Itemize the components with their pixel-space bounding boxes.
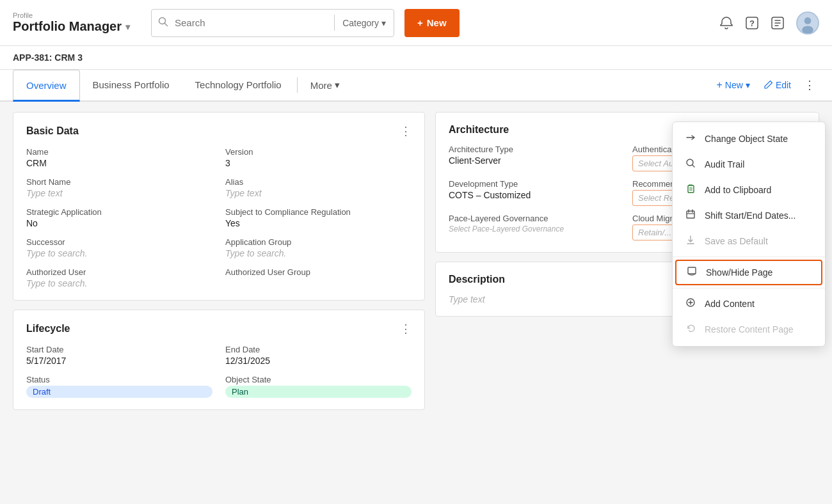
- tab-overview[interactable]: Overview: [13, 70, 80, 102]
- field-start-date: Start Date 5/17/2017: [26, 345, 212, 366]
- tab-technology-portfolio[interactable]: Technology Portfolio: [182, 70, 294, 102]
- field-successor: Successor Type to search.: [26, 237, 212, 258]
- lifecycle-fields: Start Date 5/17/2017 End Date 12/31/2025…: [26, 345, 412, 398]
- field-short-name: Short Name Type text: [26, 177, 212, 198]
- field-start-date-label: Start Date: [26, 345, 212, 354]
- menu-separator-2: [673, 288, 825, 288]
- field-start-date-value: 5/17/2017: [26, 356, 212, 366]
- tab-new-label: New: [725, 80, 743, 90]
- brand-title: Portfolio Manager ▾: [13, 19, 141, 34]
- help-icon[interactable]: ?: [745, 16, 759, 30]
- menu-item-add-content[interactable]: Add Content: [673, 291, 825, 317]
- tab-edit-button[interactable]: Edit: [759, 77, 796, 93]
- tab-new-button[interactable]: + New ▾: [712, 77, 755, 93]
- change-state-icon: [684, 132, 697, 145]
- field-name: Name CRM: [26, 147, 212, 168]
- object-state-badge: Plan: [225, 386, 412, 398]
- basic-data-fields: Name CRM Version 3 Short Name Type text …: [26, 147, 412, 288]
- field-version-value: 3: [225, 158, 412, 168]
- new-button[interactable]: + New: [404, 9, 460, 37]
- field-successor-label: Successor: [26, 237, 212, 247]
- field-end-date-value: 12/31/2025: [225, 356, 412, 366]
- svg-rect-10: [688, 185, 694, 193]
- plus-icon: +: [417, 17, 423, 28]
- audit-trail-icon: [684, 158, 697, 171]
- field-dev-type-value: COTS – Customized: [449, 190, 622, 200]
- field-name-value: CRM: [26, 158, 212, 168]
- tabs-bar: Overview Business Portfolio Technology P…: [0, 70, 832, 102]
- tabs-right-actions: + New ▾ Edit ⋮: [712, 75, 819, 95]
- category-label: Category: [342, 18, 379, 28]
- tab-business-portfolio[interactable]: Business Portfolio: [80, 70, 182, 102]
- bookmark-icon[interactable]: [771, 16, 785, 30]
- menu-item-audit-trail[interactable]: Audit Trail: [673, 152, 825, 177]
- tab-separator: [297, 77, 298, 93]
- field-app-group: Application Group Type to search.: [225, 237, 412, 258]
- nav-icons: ?: [719, 12, 819, 35]
- field-compliance: Subject to Compliance Regulation Yes: [225, 207, 412, 228]
- menu-item-change-object-state-label: Change Object State: [705, 134, 788, 144]
- field-strategic-app: Strategic Application No: [26, 207, 212, 228]
- field-auth-user-group: Authorized User Group: [225, 267, 412, 288]
- menu-separator: [673, 256, 825, 257]
- search-input[interactable]: [175, 17, 334, 28]
- field-object-state: Object State Plan: [225, 375, 412, 398]
- menu-item-save-default[interactable]: Save as Default: [673, 228, 825, 254]
- dropdown-menu: Change Object State Audit Trail Add to C…: [672, 122, 826, 347]
- field-successor-value: Type to search.: [26, 248, 212, 258]
- svg-rect-18: [688, 267, 696, 274]
- lifecycle-menu-button[interactable]: ⋮: [400, 322, 412, 336]
- avatar[interactable]: [796, 12, 819, 35]
- tab-more[interactable]: More ▾: [300, 69, 350, 101]
- menu-item-add-clipboard[interactable]: Add to Clipboard: [673, 177, 825, 203]
- svg-text:?: ?: [749, 19, 755, 28]
- tab-overview-label: Overview: [26, 80, 67, 91]
- field-auth-user-label: Authorized User: [26, 267, 212, 277]
- tab-more-label: More: [310, 80, 332, 91]
- tab-new-chevron-icon: ▾: [746, 80, 750, 90]
- tab-edit-label: Edit: [776, 80, 791, 90]
- tab-more-options-button[interactable]: ⋮: [800, 75, 819, 95]
- menu-item-audit-trail-label: Audit Trail: [705, 159, 744, 169]
- lifecycle-title: Lifecycle: [26, 323, 70, 335]
- three-dots-icon: ⋮: [804, 79, 815, 91]
- field-app-group-label: Application Group: [225, 237, 412, 247]
- menu-item-show-hide-label: Show/Hide Page: [706, 267, 772, 278]
- search-icon: [152, 17, 175, 29]
- svg-point-6: [804, 17, 812, 24]
- menu-item-show-hide-page[interactable]: Show/Hide Page: [675, 260, 822, 285]
- field-name-label: Name: [26, 147, 212, 157]
- field-status: Status Draft: [26, 375, 212, 398]
- architecture-title: Architecture: [449, 124, 509, 136]
- add-content-icon: [684, 297, 697, 310]
- menu-item-change-object-state[interactable]: Change Object State: [673, 126, 825, 152]
- category-select[interactable]: Category ▾: [335, 18, 394, 28]
- field-dev-type-label: Development Type: [449, 179, 622, 189]
- field-end-date-label: End Date: [225, 345, 412, 354]
- svg-rect-13: [687, 211, 694, 218]
- brand-chevron-icon: ▾: [125, 22, 130, 32]
- field-alias-label: Alias: [225, 177, 412, 187]
- field-alias-value: Type text: [225, 188, 412, 198]
- tab-business-label: Business Portfolio: [93, 79, 170, 90]
- show-hide-icon: [685, 266, 698, 279]
- notification-icon[interactable]: [719, 16, 733, 30]
- field-strategic-app-label: Strategic Application: [26, 207, 212, 217]
- basic-data-menu-button[interactable]: ⋮: [400, 124, 412, 138]
- top-nav: Profile Portfolio Manager ▾ Category ▾ +…: [0, 0, 832, 46]
- description-title: Description: [449, 274, 505, 285]
- field-arch-type-label: Architecture Type: [449, 145, 622, 154]
- left-panel: Basic Data ⋮ Name CRM Version 3 Short Na…: [13, 112, 425, 491]
- field-object-state-label: Object State: [225, 375, 412, 384]
- menu-item-save-default-label: Save as Default: [705, 236, 768, 246]
- field-arch-type-value: Client-Server: [449, 155, 622, 166]
- brand[interactable]: Profile Portfolio Manager ▾: [13, 12, 141, 34]
- menu-item-shift-dates[interactable]: Shift Start/End Dates...: [673, 203, 825, 228]
- svg-line-9: [692, 165, 695, 168]
- breadcrumb-text: APP-381: CRM 3: [13, 52, 83, 63]
- field-auth-user-value: Type to search.: [26, 278, 212, 288]
- field-app-group-value: Type to search.: [225, 248, 412, 258]
- field-compliance-label: Subject to Compliance Regulation: [225, 207, 412, 217]
- field-version-label: Version: [225, 147, 412, 157]
- basic-data-card: Basic Data ⋮ Name CRM Version 3 Short Na…: [13, 112, 425, 301]
